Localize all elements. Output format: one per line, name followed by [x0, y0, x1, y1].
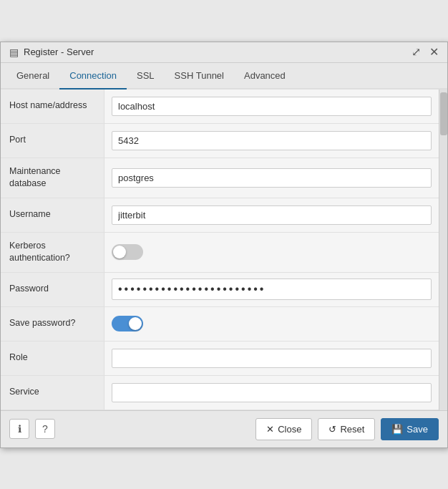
- save-password-toggle-thumb: [129, 317, 142, 330]
- title-bar-left: ▤ Register - Server: [8, 47, 94, 58]
- footer-left: ℹ ?: [9, 419, 55, 439]
- kerberos-toggle-track: [112, 244, 143, 260]
- close-window-button[interactable]: ✕: [428, 47, 440, 58]
- register-server-window: ▤ Register - Server ⤢ ✕ General Connecti…: [0, 42, 448, 448]
- username-field: [104, 198, 439, 232]
- tab-general[interactable]: General: [6, 63, 59, 89]
- kerberos-field: [104, 233, 439, 272]
- tab-advanced[interactable]: Advanced: [234, 63, 296, 89]
- window-title: Register - Server: [24, 47, 94, 57]
- password-row: Password: [1, 273, 439, 307]
- role-row: Role: [1, 342, 439, 376]
- save-button[interactable]: 💾 Save: [381, 418, 439, 440]
- maintenance-db-label: Maintenance database: [1, 158, 104, 198]
- maintenance-db-field: [104, 158, 439, 198]
- footer-right: ✕ Close ↺ Reset 💾 Save: [255, 418, 439, 440]
- help-button[interactable]: ?: [35, 419, 55, 439]
- username-label: Username: [1, 198, 104, 232]
- reset-button[interactable]: ↺ Reset: [318, 418, 375, 440]
- scrollbar-thumb[interactable]: [440, 92, 447, 135]
- close-icon: ✕: [266, 424, 274, 435]
- tab-ssl[interactable]: SSL: [127, 63, 165, 89]
- save-label: Save: [406, 424, 428, 435]
- info-button[interactable]: ℹ: [9, 419, 29, 439]
- close-button[interactable]: ✕ Close: [255, 418, 312, 440]
- save-password-field: [104, 307, 439, 341]
- tab-connection[interactable]: Connection: [59, 63, 127, 89]
- reset-label: Reset: [340, 424, 364, 435]
- reset-icon: ↺: [328, 424, 336, 435]
- save-password-row: Save password?: [1, 307, 439, 342]
- footer: ℹ ? ✕ Close ↺ Reset 💾 Save: [1, 410, 447, 447]
- window-icon: ▤: [8, 47, 19, 58]
- maximize-button[interactable]: ⤢: [410, 47, 422, 58]
- kerberos-row: Kerberos authentication?: [1, 233, 439, 273]
- port-row: Port: [1, 124, 439, 158]
- title-bar-controls: ⤢ ✕: [410, 47, 440, 58]
- form-body: Host name/address Port Maintenance datab…: [1, 89, 439, 410]
- tab-content: Host name/address Port Maintenance datab…: [1, 89, 447, 410]
- service-input[interactable]: [112, 383, 432, 402]
- service-label: Service: [1, 376, 104, 410]
- password-field: [104, 273, 439, 306]
- maintenance-db-input[interactable]: [112, 168, 432, 188]
- kerberos-label: Kerberos authentication?: [1, 233, 104, 272]
- role-field: [104, 342, 439, 375]
- save-password-toggle-track: [112, 316, 143, 331]
- host-field: [104, 89, 439, 123]
- info-icon: ℹ: [18, 423, 21, 435]
- service-field: [104, 376, 439, 410]
- host-input[interactable]: [112, 97, 432, 116]
- password-label: Password: [1, 273, 104, 306]
- title-bar: ▤ Register - Server ⤢ ✕: [1, 42, 447, 63]
- port-input[interactable]: [112, 131, 432, 150]
- save-password-toggle[interactable]: [112, 316, 143, 331]
- kerberos-toggle-thumb: [113, 246, 126, 258]
- maintenance-db-row: Maintenance database: [1, 158, 439, 198]
- port-field: [104, 124, 439, 158]
- username-row: Username: [1, 198, 439, 233]
- host-label: Host name/address: [1, 89, 104, 123]
- tab-bar: General Connection SSL SSH Tunnel Advanc…: [1, 63, 447, 89]
- host-row: Host name/address: [1, 89, 439, 124]
- close-label: Close: [278, 424, 301, 435]
- role-input[interactable]: [112, 349, 432, 368]
- password-input[interactable]: [112, 279, 432, 300]
- help-icon: ?: [42, 423, 48, 435]
- port-label: Port: [1, 124, 104, 158]
- tab-ssh-tunnel[interactable]: SSH Tunnel: [165, 63, 234, 89]
- username-input[interactable]: [112, 205, 432, 225]
- role-label: Role: [1, 342, 104, 375]
- scrollbar-track[interactable]: [439, 89, 447, 410]
- service-row: Service: [1, 376, 439, 410]
- save-icon: 💾: [391, 424, 403, 435]
- save-password-label: Save password?: [1, 307, 104, 341]
- kerberos-toggle[interactable]: [112, 244, 143, 260]
